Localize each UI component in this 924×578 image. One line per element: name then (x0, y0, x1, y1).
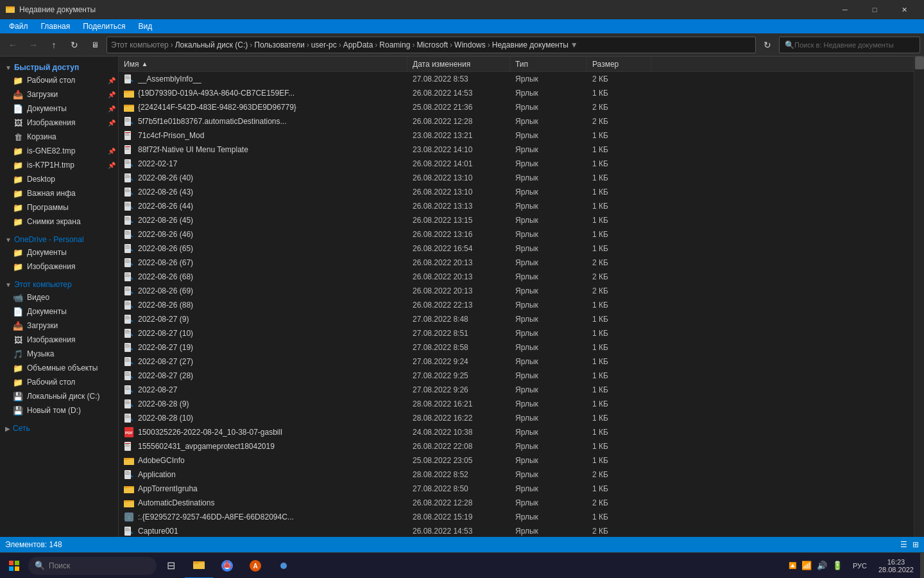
sidebar-item-tmp1[interactable]: 📁 is-GNE82.tmp 📌 (0, 144, 118, 158)
table-row[interactable]: 1555602431_avpgameprotect18042019 26.08.… (119, 439, 914, 453)
view-list-icon[interactable]: ☰ (900, 540, 907, 549)
sidebar-item-pc-desktop[interactable]: 📁 Рабочий стол (0, 375, 118, 389)
table-row[interactable]: 2022-08-26 (43) 26.08.2022 13:10 Ярлык 1… (119, 185, 914, 199)
tray-network-icon[interactable]: 📶 (801, 561, 812, 570)
sidebar-item-trash[interactable]: 🗑 Корзина (0, 130, 118, 144)
file-date-cell: 27.08.2022 8:51 (407, 326, 510, 340)
forward-button[interactable]: → (24, 36, 42, 54)
menu-file[interactable]: Файл (3, 21, 35, 32)
table-row[interactable]: 2022-08-26 (40) 26.08.2022 13:10 Ярлык 1… (119, 171, 914, 185)
sidebar-item-pc-music[interactable]: 🎵 Музыка (0, 347, 118, 361)
table-row[interactable]: 2022-08-27 27.08.2022 9:26 Ярлык 1 КБ (119, 383, 914, 397)
sidebar-item-screenshots[interactable]: 📁 Снимки экрана (0, 215, 118, 229)
file-size-cell: 1 КБ (587, 482, 651, 496)
table-row[interactable]: Capture001 26.08.2022 14:53 Ярлык 2 КБ (119, 524, 914, 537)
col-header-name[interactable]: Имя ▲ (119, 57, 407, 71)
menu-share[interactable]: Поделиться (76, 21, 132, 32)
table-row[interactable]: 88f72f-Native UI Menu Template 23.08.202… (119, 143, 914, 157)
svg-rect-127 (125, 446, 130, 446)
refresh-button[interactable]: ↻ (65, 36, 83, 54)
minimize-button[interactable]: ─ (830, 0, 860, 19)
tray-volume-icon[interactable]: 🔊 (817, 561, 827, 570)
table-row[interactable]: 2022-08-26 (68) 26.08.2022 20:13 Ярлык 2… (119, 270, 914, 284)
table-row[interactable]: 2022-08-26 (88) 26.08.2022 22:13 Ярлык 1… (119, 298, 914, 312)
taskbar-app-steam[interactable] (270, 553, 298, 579)
taskbar-search[interactable]: 🔍 Поиск (28, 557, 157, 575)
col-header-date[interactable]: Дата изменения (407, 57, 510, 71)
table-row[interactable]: 2022-08-27 (19) 27.08.2022 8:58 Ярлык 1 … (119, 340, 914, 355)
quick-access-section[interactable]: ▼ Быстрый доступ (0, 59, 118, 73)
menu-view[interactable]: Вид (132, 21, 158, 32)
sidebar-item-pc-video[interactable]: 📹 Видео (0, 290, 118, 304)
taskbar-clock[interactable]: 16:23 28.08.2022 (872, 553, 920, 579)
tray-icon-up[interactable]: 🔼 (789, 562, 796, 569)
table-row[interactable]: {19D7939D-019A-493A-8640-CB7CE159EF... 2… (119, 86, 914, 100)
table-row[interactable]: Application 28.08.2022 8:52 Ярлык 2 КБ (119, 468, 914, 482)
crumb-roaming: Roaming (379, 40, 410, 49)
address-refresh-button[interactable]: ↻ (758, 36, 776, 54)
thispc-section[interactable]: ▼ Этот компьютер (0, 276, 118, 290)
tray-battery-icon[interactable]: 🔋 (832, 561, 843, 570)
table-row[interactable]: 5f7b5f1e01b83767.automaticDestinations..… (119, 114, 914, 128)
table-row[interactable]: AppTorrentIgruha 27.08.2022 8:50 Ярлык 1… (119, 482, 914, 496)
taskbar-lang[interactable]: РУС (848, 562, 872, 570)
sidebar-item-documents[interactable]: 📄 Документы 📌 (0, 101, 118, 116)
sidebar-item-programs[interactable]: 📁 Программы (0, 200, 118, 215)
table-row[interactable]: 2022-08-26 (69) 26.08.2022 20:13 Ярлык 2… (119, 284, 914, 298)
start-button[interactable] (0, 553, 28, 579)
table-row[interactable]: 2022-08-26 (46) 26.08.2022 13:16 Ярлык 1… (119, 227, 914, 241)
taskview-button[interactable]: ⊟ (157, 553, 185, 579)
close-button[interactable]: ✕ (889, 0, 919, 19)
show-desktop-button[interactable] (920, 553, 924, 578)
taskbar-app-chrome[interactable] (213, 553, 241, 579)
table-row[interactable]: 2022-08-26 (44) 26.08.2022 13:13 Ярлык 1… (119, 199, 914, 213)
table-row[interactable]: AutomaticDestinations 26.08.2022 12:28 Я… (119, 496, 914, 510)
table-row[interactable]: 2022-08-27 (27) 27.08.2022 9:24 Ярлык 1 … (119, 355, 914, 369)
sidebar-item-desktop[interactable]: 📁 Рабочий стол 📌 (0, 73, 118, 87)
table-row[interactable]: 2022-08-28 (9) 28.08.2022 16:21 Ярлык 1 … (119, 397, 914, 411)
sidebar-item-pc-3d[interactable]: 📁 Объемные объекты (0, 361, 118, 375)
sidebar-item-downloads[interactable]: 📥 Загрузки 📌 (0, 87, 118, 101)
table-row[interactable]: 2022-08-27 (28) 27.08.2022 9:25 Ярлык 1 … (119, 369, 914, 383)
table-row[interactable]: 2022-02-17 26.08.2022 14:01 Ярлык 1 КБ (119, 157, 914, 171)
scrollbar-thumb[interactable] (915, 57, 924, 69)
table-row[interactable]: {2242414F-542D-483E-9482-963DE9D96779} 2… (119, 100, 914, 114)
sidebar-item-pc-docs[interactable]: 📄 Документы (0, 304, 118, 319)
view-grid-icon[interactable]: ⊞ (912, 540, 919, 549)
sidebar-item-pc-images[interactable]: 🖼 Изображения (0, 333, 118, 347)
maximize-button[interactable]: □ (860, 0, 889, 19)
taskbar-app-avast[interactable]: A (241, 553, 270, 579)
up-button[interactable]: ↑ (45, 36, 63, 54)
sidebar-item-od-images[interactable]: 📁 Изображения (0, 259, 118, 274)
table-row[interactable]: 2022-08-28 (10) 28.08.2022 16:22 Ярлык 1… (119, 411, 914, 425)
table-row[interactable]: 2022-08-27 (10) 27.08.2022 8:51 Ярлык 1 … (119, 326, 914, 340)
sidebar-item-desktop2[interactable]: 📁 Desktop (0, 172, 118, 186)
table-row[interactable]: 2022-08-26 (45) 26.08.2022 13:15 Ярлык 1… (119, 213, 914, 227)
sidebar-item-drive-d[interactable]: 💾 Новый том (D:) (0, 403, 118, 417)
onedrive-section[interactable]: ▼ OneDrive - Personal (0, 231, 118, 245)
back-button[interactable]: ← (4, 36, 22, 54)
table-row[interactable]: : :.{E9295272-9257-46DD-A8FE-66D82094C..… (119, 510, 914, 524)
sidebar-item-important[interactable]: 📁 Важная инфа (0, 186, 118, 200)
taskbar-app-explorer[interactable] (185, 553, 213, 579)
col-header-type[interactable]: Тип (510, 57, 587, 71)
table-row[interactable]: PDF 1500325226-2022-08-24_10-38-07-gasbi… (119, 425, 914, 439)
sidebar-item-od-docs[interactable]: 📁 Документы (0, 245, 118, 259)
sidebar-item-drive-c[interactable]: 💾 Локальный диск (C:) (0, 389, 118, 403)
search-bar[interactable]: 🔍 Поиск в: Недавние документы (779, 37, 920, 53)
sidebar-item-tmp2[interactable]: 📁 is-K7P1H.tmp 📌 (0, 158, 118, 172)
table-row[interactable]: 2022-08-26 (67) 26.08.2022 20:13 Ярлык 2… (119, 256, 914, 270)
col-header-size[interactable]: Размер (587, 57, 651, 71)
table-row[interactable]: 71c4cf-Prison_Mod 23.08.2022 13:21 Ярлык… (119, 128, 914, 143)
sidebar-item-pc-downloads[interactable]: 📥 Загрузки (0, 319, 118, 333)
table-row[interactable]: AdobeGCInfo 25.08.2022 23:05 Ярлык 1 КБ (119, 453, 914, 468)
table-row[interactable]: __AssemblyInfo__ 27.08.2022 8:53 Ярлык 2… (119, 72, 914, 86)
menu-home[interactable]: Главная (35, 21, 77, 32)
address-bar[interactable]: Этот компьютер › Локальный диск (C:) › П… (107, 37, 756, 53)
network-section[interactable]: ▶ Сеть (0, 420, 118, 434)
file-name-cell: 71c4cf-Prison_Mod (119, 128, 407, 143)
table-row[interactable]: 2022-08-26 (65) 26.08.2022 16:54 Ярлык 1… (119, 241, 914, 256)
computer-icon-btn[interactable]: 🖥 (86, 36, 104, 54)
sidebar-item-images[interactable]: 🖼 Изображения 📌 (0, 116, 118, 130)
table-row[interactable]: 2022-08-27 (9) 27.08.2022 8:48 Ярлык 1 К… (119, 312, 914, 326)
